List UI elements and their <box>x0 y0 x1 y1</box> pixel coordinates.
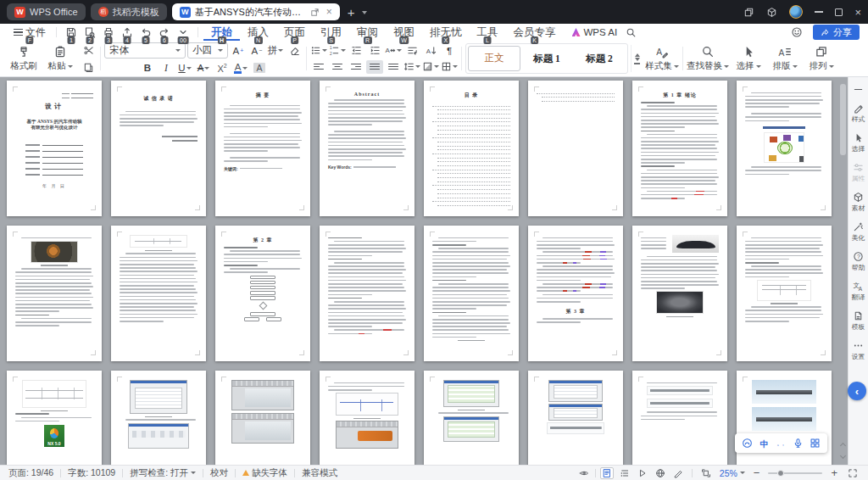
write-mode-button[interactable] <box>671 467 685 479</box>
page-thumbnail-10[interactable] <box>111 226 206 361</box>
page-thumbnail-8[interactable] <box>737 81 832 216</box>
page-thumbnail-6[interactable] <box>528 81 623 216</box>
chinese-mode-icon[interactable]: 中 <box>759 438 770 449</box>
page-thumbnail-15[interactable] <box>632 226 727 361</box>
cut-button[interactable] <box>80 43 97 57</box>
zoom-out-button[interactable]: − <box>752 466 762 479</box>
ime-logo-icon[interactable] <box>742 438 753 449</box>
decrease-indent-button[interactable] <box>348 44 364 58</box>
page-thumbnail-14[interactable]: 第 3 章 <box>528 226 623 361</box>
ribbon-tab-审阅[interactable]: 审阅R <box>349 24 386 41</box>
format-painter-button[interactable]: 格式刷 <box>7 42 41 75</box>
popout-icon[interactable] <box>309 7 320 18</box>
quick-undo-button[interactable]: 5 <box>136 24 155 41</box>
superscript-button[interactable]: X2 <box>214 61 231 75</box>
italic-button[interactable]: I <box>158 61 175 75</box>
quick-more-button[interactable]: 00 <box>174 24 192 41</box>
user-avatar[interactable] <box>789 5 803 19</box>
distribute-button[interactable] <box>385 60 402 74</box>
sidebar-item-模板[interactable]: 模板 <box>851 310 865 332</box>
mini-mode-icon[interactable] <box>743 7 754 18</box>
punctuation-icon[interactable]: 。, <box>776 438 787 449</box>
page-thumbnail-13[interactable] <box>424 226 519 361</box>
style-item-标题 2[interactable]: 标题 2 <box>573 46 626 71</box>
justify-button[interactable] <box>366 60 383 74</box>
clear-format-button[interactable] <box>286 44 303 58</box>
quick-save-button[interactable]: 1 <box>62 24 81 41</box>
underline-button[interactable]: U <box>176 61 193 75</box>
zoom-level[interactable]: 25% <box>720 468 745 478</box>
char-shading-button[interactable]: A <box>251 61 268 75</box>
ribbon-tab-会员专享[interactable]: 会员专享K <box>506 24 564 41</box>
page-thumbnail-23[interactable] <box>632 371 727 465</box>
minimize-button[interactable] <box>815 11 823 13</box>
search-icon[interactable] <box>626 27 637 38</box>
copy-button[interactable] <box>80 60 97 74</box>
scrollbar-thumb[interactable] <box>840 84 846 154</box>
new-tab-button[interactable]: + <box>345 5 358 20</box>
page-thumbnail-9[interactable] <box>7 226 102 361</box>
share-button[interactable]: 分享 <box>813 25 860 40</box>
ribbon-tab-视图[interactable]: 视图W <box>386 24 422 41</box>
page-thumbnail-12[interactable] <box>320 226 415 361</box>
status-item-2[interactable]: 拼写检查: 打开 <box>130 467 196 479</box>
ribbon-tab-页面[interactable]: 页面P <box>276 24 313 41</box>
page-thumbnail-1[interactable]: 设计基于 ANSYS 的汽车传动轴有限元分析与优化设计年 月 日 <box>7 81 102 216</box>
outline-view-button[interactable] <box>618 467 632 479</box>
ribbon-tab-开始[interactable]: 开始H <box>203 24 240 41</box>
titlebar-tab-docer[interactable]: 稻 找稻壳模板 <box>91 3 167 20</box>
sidebar-item-collapse[interactable] <box>853 84 864 95</box>
page-thumbnail-16[interactable] <box>737 226 832 361</box>
status-missing-font[interactable]: 缺失字体 <box>242 467 287 479</box>
paste-button[interactable]: 粘贴 <box>43 42 77 75</box>
wps-ai-button[interactable]: WPS AI <box>565 27 625 37</box>
maximize-button[interactable] <box>835 8 843 16</box>
quick-print-preview-button[interactable]: 2 <box>81 24 99 41</box>
page-thumbnail-20[interactable] <box>320 371 415 465</box>
typeset-button[interactable]: A 排版 <box>768 42 802 75</box>
fullscreen-button[interactable] <box>846 467 860 479</box>
style-set-button[interactable]: A 样式集 <box>645 42 679 75</box>
web-view-button[interactable] <box>654 467 667 479</box>
bold-button[interactable]: B <box>139 61 156 75</box>
page-thumbnail-5[interactable]: 目 录 <box>424 81 519 216</box>
eye-protect-button[interactable] <box>577 467 591 479</box>
page-thumbnail-4[interactable]: AbstractKey Words: <box>320 81 415 216</box>
pinyin-guide-button[interactable]: 拼 <box>267 44 284 58</box>
page-thumbnail-3[interactable]: 摘 要关键词: <box>215 81 310 216</box>
zoom-slider[interactable] <box>768 472 822 474</box>
fit-page-button[interactable] <box>699 467 713 479</box>
read-view-button[interactable] <box>636 467 649 479</box>
page-thumbnail-19[interactable] <box>215 371 310 465</box>
apps-grid-icon[interactable] <box>810 438 821 449</box>
ribbon-tab-工具[interactable]: 工具L <box>470 24 506 41</box>
style-item-正文[interactable]: 正文 <box>468 46 520 71</box>
page-thumbnail-2[interactable]: 诚 信 承 诺 <box>111 81 206 216</box>
assistant-bubble[interactable]: ‹ <box>848 382 866 400</box>
zoom-slider-knob[interactable] <box>777 470 784 477</box>
close-tab-icon[interactable]: × <box>326 6 332 18</box>
gallery-up-icon[interactable] <box>635 53 640 57</box>
close-window-button[interactable]: × <box>854 7 861 18</box>
quick-print-button[interactable]: 3 <box>99 24 118 41</box>
labs-icon[interactable] <box>766 7 777 18</box>
select-button[interactable]: 选择 <box>732 42 765 75</box>
shrink-font-button[interactable]: A− <box>248 44 265 58</box>
borders-button[interactable] <box>441 60 458 74</box>
microphone-icon[interactable] <box>793 438 804 449</box>
ribbon-tab-插入[interactable]: 插入N <box>240 24 276 41</box>
gallery-down-icon[interactable] <box>635 58 640 61</box>
text-wrap-button[interactable] <box>403 44 420 58</box>
gallery-more-icon[interactable] <box>634 63 640 64</box>
ribbon-tab-引用[interactable]: 引用S <box>313 24 349 41</box>
vertical-scrollbar[interactable] <box>840 81 846 434</box>
shading-button[interactable] <box>422 60 439 74</box>
file-menu-button[interactable]: 文件 F <box>8 24 51 41</box>
page-thumbnail-22[interactable] <box>528 371 623 465</box>
tab-list-chevron-icon[interactable] <box>362 11 367 14</box>
increase-indent-button[interactable] <box>366 44 383 58</box>
arrange-button[interactable]: 排列 <box>804 42 838 75</box>
sidebar-item-样式[interactable]: 样式 <box>851 103 865 125</box>
font-size-combo[interactable]: 小四 <box>187 42 228 59</box>
sidebar-item-翻译[interactable]: 文A翻译 <box>851 281 865 303</box>
